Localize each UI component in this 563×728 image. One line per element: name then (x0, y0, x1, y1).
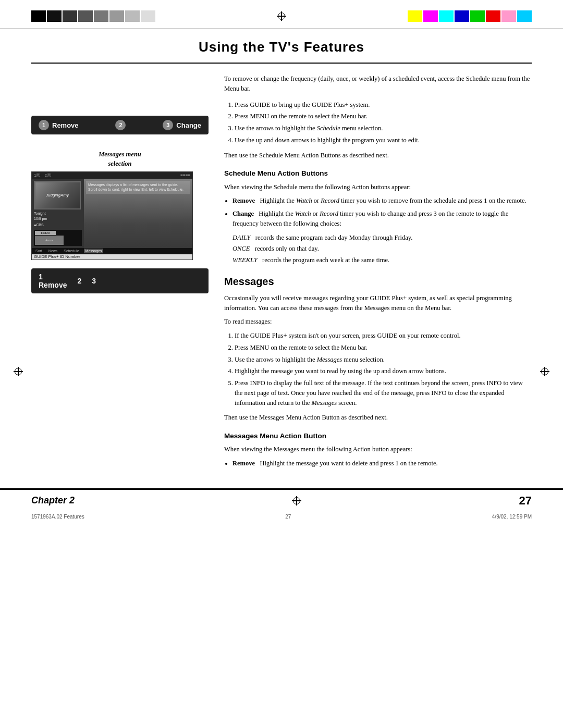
registration-mark-top (275, 9, 288, 23)
meta-center: 27 (285, 514, 291, 520)
screen-left: JudgingAmy Tonight 10/9 pm ●CBS FORD (32, 179, 84, 248)
msg-step-2: Press MENU on the remote to select the M… (235, 343, 532, 353)
page-number: 27 (519, 494, 532, 508)
messages-action-bar: 1 Remove 2 3 (31, 268, 209, 293)
swatch-magenta (423, 10, 438, 22)
swatch-black (31, 10, 46, 22)
schedule-action-heading: Schedule Menu Action Buttons (224, 168, 532, 179)
meta-line: 1571963A.02 Features 27 4/9/02, 12:59 PM (0, 512, 563, 522)
btn-group-3: 3 Change (163, 120, 201, 130)
crosshair-left-icon (11, 365, 25, 380)
messages-steps-list: If the GUIDE Plus+ system isn't on your … (235, 331, 532, 408)
step-2: Press MENU on the remote to select the M… (235, 112, 532, 121)
num-1-circle-bottom: 1 (39, 273, 67, 281)
top-registration-bar (0, 0, 563, 29)
msg-step-3: Use the arrows to highlight the Messages… (235, 355, 532, 365)
btn-group-bottom-1: 1 Remove (39, 273, 67, 289)
page-title: Using the TV's Features (31, 39, 532, 55)
meta-left: 1571963A.02 Features (31, 514, 84, 520)
btn-group-bottom-3: 3 (92, 277, 96, 285)
swatch-3 (78, 10, 93, 22)
btn-group-bottom-2: 2 (77, 277, 81, 285)
change-label-top: Change (176, 121, 201, 129)
right-column: To remove or change the frequency (daily… (224, 74, 532, 473)
swatch-4 (94, 10, 108, 22)
screen-thumbnail: JudgingAmy (34, 181, 81, 209)
messages-action-heading: Messages Menu Action Button (224, 431, 532, 441)
swatch-2 (63, 10, 77, 22)
btn-group-1: 1 Remove (39, 120, 79, 130)
schedule-bullets: Remove Highlight the Watch or Record tim… (232, 196, 532, 228)
caption-line2: selection (108, 160, 131, 167)
daily-text: DAILY records the same program each day … (232, 233, 532, 243)
remove-label-top: Remove (52, 121, 79, 129)
once-text: ONCE records only on that day. (232, 244, 532, 254)
schedule-action-intro: When viewing the Schedule menu the follo… (224, 182, 532, 192)
crosshair-right-icon (538, 365, 552, 380)
swatch-5 (109, 10, 124, 22)
schedule-steps-list: Press GUIDE to bring up the GUIDE Plus+ … (235, 100, 532, 145)
step-3: Use the arrows to highlight the Schedule… (235, 124, 532, 133)
swatch-lightblue (517, 10, 532, 22)
registration-mark-bottom (290, 494, 303, 508)
remove-label-bottom: Remove (39, 281, 67, 289)
swatch-cyan (439, 10, 454, 22)
swatch-yellow (408, 10, 422, 22)
screenshot-area: Messages menu selection 1⓪ 2⓪ ≡≡≡≡ (31, 150, 209, 260)
schedule-then-text: Then use the Schedule Menu Action Button… (224, 151, 532, 161)
msg-step-4: Highlight the message you want to read b… (235, 366, 532, 376)
swatch-7 (141, 10, 155, 22)
messages-heading: Messages (224, 274, 532, 289)
num-3-circle: 3 (163, 120, 173, 130)
screenshot-image: 1⓪ 2⓪ ≡≡≡≡ JudgingAmy (31, 171, 193, 260)
caption-line1: Messages menu (99, 151, 141, 158)
messages-action-bullets: Remove Highlight the message you want to… (232, 459, 532, 468)
bullet-remove: Remove Highlight the Watch or Record tim… (232, 196, 532, 206)
schedule-action-bar: 1 Remove 2 3 Change (31, 116, 209, 134)
num-1-circle: 1 (39, 120, 49, 130)
step-4: Use the up and down arrows to highlight … (235, 135, 532, 145)
num-2-circle: 2 (115, 120, 126, 130)
swatch-red (486, 10, 500, 22)
screen-nav-bar: Sort News Schedule Messages (32, 248, 192, 254)
swatch-1 (47, 10, 62, 22)
msg-step-1: If the GUIDE Plus+ system isn't on your … (235, 331, 532, 341)
meta-right: 4/9/02, 12:59 PM (492, 514, 532, 520)
color-strip (408, 10, 532, 22)
chapter-footer: Chapter 2 27 (0, 488, 563, 512)
screen-id-bar: GUIDE Plus+ ID Number (32, 254, 192, 260)
num-2-circle-bottom: 2 (77, 277, 81, 285)
messages-then-text: Then use the Messages Menu Action Button… (224, 413, 532, 423)
bw-color-strip (31, 10, 155, 22)
main-content: 1 Remove 2 3 Change Messages menu select… (0, 74, 563, 473)
screen-right: Messages displays a list of messages sen… (84, 179, 192, 248)
to-read-label: To read messages: (224, 317, 532, 327)
page-title-container: Using the TV's Features (31, 34, 532, 64)
screen-id-text: GUIDE Plus+ ID Number (34, 254, 80, 259)
msg-step-5: Press INFO to display the full text of t… (235, 378, 532, 408)
screen-main: JudgingAmy Tonight 10/9 pm ●CBS FORD (32, 179, 192, 248)
screen-top-bar: 1⓪ 2⓪ ≡≡≡≡ (32, 172, 192, 179)
swatch-6 (125, 10, 140, 22)
swatch-green (470, 10, 485, 22)
num-3-circle-bottom: 3 (92, 277, 96, 285)
bullet-change: Change Highlight the Watch or Record tim… (232, 209, 532, 229)
left-column: 1 Remove 2 3 Change Messages menu select… (31, 74, 209, 473)
btn-group-2: 2 (115, 120, 126, 130)
step-1: Press GUIDE to bring up the GUIDE Plus+ … (235, 100, 532, 110)
messages-action-intro: When viewing the Messages menu the follo… (224, 445, 532, 454)
swatch-pink (501, 10, 516, 22)
screenshot-caption: Messages menu selection (31, 150, 209, 168)
msg-bullet-remove: Remove Highlight the message you want to… (232, 459, 532, 468)
swatch-blue (455, 10, 469, 22)
schedule-intro: To remove or change the frequency (daily… (224, 74, 532, 94)
weekly-text: WEEKLY records the program each week at … (232, 255, 532, 265)
messages-intro: Occasionally you will receive messages r… (224, 293, 532, 313)
chapter-label: Chapter 2 (31, 495, 75, 506)
